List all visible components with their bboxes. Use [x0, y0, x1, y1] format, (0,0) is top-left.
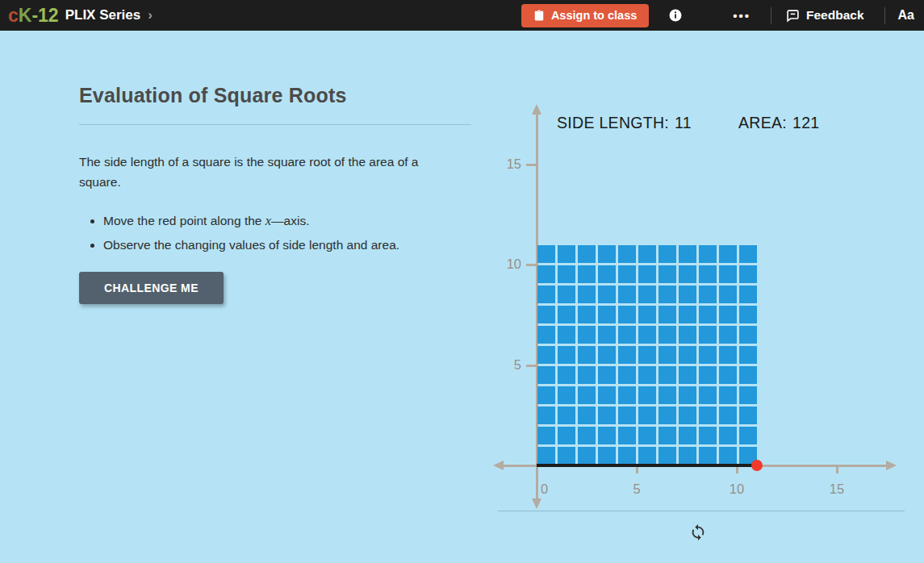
grid-cell	[699, 386, 717, 404]
grid-cell	[638, 346, 656, 364]
x-tick-label-10: 10	[721, 482, 753, 497]
y-axis-tick-5	[526, 365, 536, 367]
grid-cell	[699, 326, 717, 344]
y-tick-label-10: 10	[481, 256, 521, 272]
square-grid	[537, 245, 757, 465]
instruction-item-observe: Observe the changing values of side leng…	[103, 237, 471, 253]
grid-cell	[659, 306, 676, 323]
feedback-icon	[786, 9, 800, 23]
grid-cell	[558, 245, 575, 263]
grid-cell	[659, 407, 676, 424]
y-tick-label-5: 5	[481, 357, 521, 373]
grid-cell	[618, 286, 636, 303]
grid-cell	[719, 386, 737, 404]
more-options-icon[interactable]: •••	[733, 9, 750, 23]
grid-cell	[598, 306, 616, 323]
grid-cell	[558, 286, 575, 303]
grid-cell	[638, 447, 656, 465]
grid-cell	[739, 306, 757, 323]
info-icon[interactable]	[668, 8, 683, 23]
grid-cell	[638, 326, 656, 344]
feedback-label: Feedback	[806, 8, 864, 23]
logo-part-c: c	[8, 5, 19, 26]
grid-cell	[638, 286, 656, 303]
x-tick-label-0: 0	[529, 482, 562, 497]
grid-cell	[739, 286, 757, 303]
grid-cell	[618, 245, 636, 263]
top-navbar: cK-12 PLIX Series › Assign to class ••• …	[0, 0, 924, 31]
instructions-panel: Evaluation of Square Roots The side leng…	[79, 84, 471, 261]
grid-cell	[659, 447, 676, 465]
grid-cell	[638, 306, 656, 323]
grid-cell	[618, 447, 636, 465]
grid-cell	[659, 265, 676, 283]
grid-cell	[578, 326, 596, 344]
grid-cell	[598, 407, 616, 424]
grid-cell	[679, 447, 696, 465]
grid-cell	[699, 447, 717, 465]
grid-cell	[537, 326, 555, 344]
clipboard-icon	[533, 9, 545, 22]
instruction-list: Move the red point along the x—axis. Obs…	[79, 213, 471, 253]
grid-cell	[739, 386, 757, 404]
grid-cell	[537, 346, 555, 364]
grid-cell	[618, 326, 636, 344]
reset-button[interactable]	[689, 523, 707, 541]
grid-cell	[679, 286, 696, 303]
grid-cell	[598, 386, 616, 404]
grid-cell	[558, 265, 575, 283]
header-divider	[771, 7, 771, 24]
grid-cell	[578, 265, 596, 283]
grid-cell	[578, 407, 596, 424]
grid-cell	[679, 306, 696, 323]
grid-cell	[679, 427, 696, 444]
text-size-button[interactable]: Aa	[898, 8, 914, 23]
grid-cell	[618, 386, 636, 404]
grid-cell	[558, 386, 575, 404]
grid-cell	[699, 306, 717, 323]
grid-cell	[739, 265, 757, 283]
grid-cell	[719, 306, 737, 323]
grid-cell	[719, 245, 737, 263]
assign-button-label: Assign to class	[551, 9, 637, 22]
grid-cell	[578, 286, 596, 303]
grid-cell	[537, 245, 555, 263]
challenge-me-button[interactable]: CHALLENGE ME	[79, 272, 224, 304]
grid-cell	[618, 265, 636, 283]
grid-cell	[699, 407, 717, 424]
description-text: The side length of a square is the squar…	[79, 152, 458, 192]
grid-cell	[679, 386, 696, 404]
grid-cell	[558, 407, 575, 424]
grid-cell	[659, 386, 676, 404]
grid-cell	[537, 265, 555, 283]
grid-cell	[578, 306, 596, 323]
x-axis-arrow-right-icon	[886, 461, 897, 470]
bullet1-prefix: Move the red point along the	[103, 214, 265, 227]
grid-cell	[679, 366, 696, 384]
y-axis-arrow-down-icon	[532, 498, 541, 509]
side-length-value: 11	[675, 114, 692, 131]
y-axis-arrow-up-icon	[532, 104, 541, 115]
grid-cell	[537, 386, 555, 404]
grid-cell	[558, 306, 575, 323]
y-axis-tick-10	[526, 264, 536, 266]
assign-to-class-button[interactable]: Assign to class	[521, 4, 649, 27]
grid-cell	[618, 407, 636, 424]
ck12-logo[interactable]: cK-12	[8, 6, 59, 25]
grid-cell	[739, 407, 757, 424]
grid-cell	[719, 286, 737, 303]
draggable-red-point[interactable]	[751, 460, 763, 471]
grid-cell	[739, 427, 757, 444]
grid-cell	[598, 286, 616, 303]
page-title: Evaluation of Square Roots	[79, 84, 471, 107]
area-label: AREA:	[738, 114, 787, 131]
grid-cell	[558, 346, 575, 364]
grid-cell	[537, 407, 555, 424]
grid-cell	[618, 306, 636, 323]
breadcrumb-plix-series[interactable]: PLIX Series	[65, 7, 141, 23]
grid-cell	[558, 447, 575, 465]
grid-cell	[739, 346, 757, 364]
feedback-button[interactable]: Feedback	[786, 8, 864, 23]
y-tick-label-15: 15	[481, 156, 521, 172]
grid-cell	[638, 427, 656, 444]
